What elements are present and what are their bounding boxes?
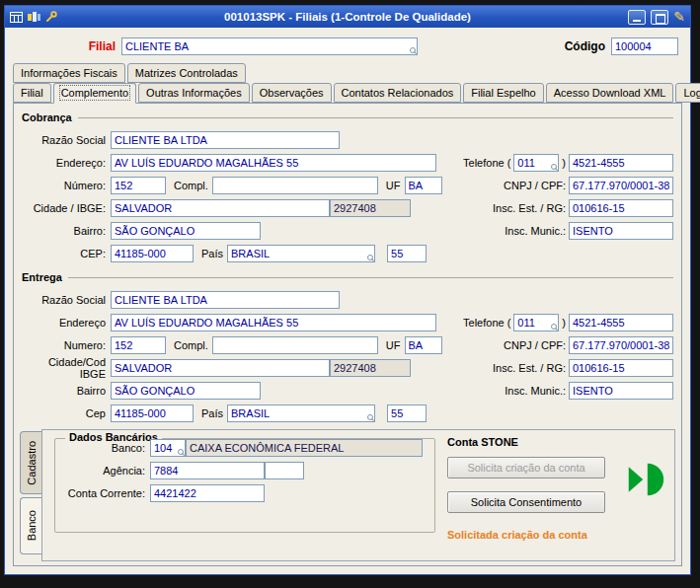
screen: 001013SPK - Filiais (1-Controle De Quali… xyxy=(0,0,700,588)
conta-corrente-label: Conta Corrente: xyxy=(55,487,150,499)
telefone-label: Telefone xyxy=(463,157,505,169)
paren-close: ) xyxy=(562,157,566,169)
tab-filial-espelho[interactable]: Filial Espelho xyxy=(463,83,543,103)
agencia-input[interactable] xyxy=(150,462,265,479)
uf-label: UF xyxy=(378,180,405,191)
cobranca-title: Cobrança xyxy=(22,111,72,123)
tab-complemento[interactable]: Complemento xyxy=(53,83,136,104)
numero-label: Número: xyxy=(20,180,111,191)
components-icon xyxy=(28,12,40,23)
razao-social-input[interactable] xyxy=(111,131,340,149)
dados-bancarios-title: Dados Bancários xyxy=(65,431,162,443)
compl-label: Compl. xyxy=(166,180,212,191)
endereco-input[interactable] xyxy=(111,154,436,172)
compl-label: Compl. xyxy=(166,339,212,351)
ibge-field xyxy=(330,199,411,217)
conta-corrente-input[interactable] xyxy=(150,484,265,502)
insc-est-label: Insc. Est. / RG: xyxy=(493,362,566,374)
numero-input[interactable] xyxy=(111,177,166,194)
pais-input[interactable] xyxy=(227,245,375,262)
filial-input[interactable] xyxy=(121,37,418,55)
ibge-field xyxy=(330,359,411,377)
edit-pencil-icon[interactable]: ✎ xyxy=(673,10,685,24)
razao-social-label: Razão Social xyxy=(20,134,111,146)
telefone-input[interactable] xyxy=(569,314,673,331)
tab-filial[interactable]: Filial xyxy=(13,83,51,103)
pais-label: País xyxy=(194,248,227,259)
tab-contatos-relacionados[interactable]: Contatos Relacionados xyxy=(334,83,462,103)
pais-codigo-input[interactable] xyxy=(387,245,427,262)
cnpj-label: CNPJ / CPF: xyxy=(504,339,566,351)
telefone-label: Telefone xyxy=(463,317,505,329)
bairro-label: Bairro: xyxy=(20,225,111,237)
app-window: 001013SPK - Filiais (1-Controle De Quali… xyxy=(4,5,691,575)
razao-social-label: Razão Social xyxy=(20,294,111,306)
solicita-criacao-button[interactable]: Solicita criação da conta xyxy=(447,457,605,478)
endereco-label: Endereço xyxy=(20,317,111,329)
pais-codigo-input[interactable] xyxy=(387,404,427,422)
conta-stone-title: Conta STONE xyxy=(447,436,666,448)
cep-input[interactable] xyxy=(111,245,194,262)
insc-munic-input[interactable] xyxy=(569,382,673,400)
wrench-icon[interactable] xyxy=(45,11,57,23)
tab-log[interactable]: Log xyxy=(675,83,700,103)
pais-label: País xyxy=(194,407,227,419)
bairro-input[interactable] xyxy=(111,382,261,400)
insc-munic-label: Insc. Munic.: xyxy=(505,385,566,397)
search-icon[interactable] xyxy=(367,414,374,421)
paren-close: ) xyxy=(562,317,566,329)
side-tab-cadastro[interactable]: Cadastro xyxy=(20,431,41,494)
agencia-digito-input[interactable] xyxy=(265,462,304,479)
telefone-input[interactable] xyxy=(569,154,673,172)
search-icon[interactable] xyxy=(551,164,558,171)
stone-status-text: Solicitada criação da conta xyxy=(447,529,666,541)
codigo-input[interactable] xyxy=(611,37,678,55)
insc-est-label: Insc. Est. / RG: xyxy=(493,202,566,214)
endereco-input[interactable] xyxy=(111,314,436,331)
tab-informacoes-fiscais[interactable]: Informações Fiscais xyxy=(13,63,125,83)
numero-input[interactable] xyxy=(111,336,166,354)
title-bar[interactable]: 001013SPK - Filiais (1-Controle De Quali… xyxy=(5,6,690,28)
uf-label: UF xyxy=(378,339,405,351)
tab-acesso-download-xml[interactable]: Acesso Download XML xyxy=(546,83,674,103)
window-title: 001013SPK - Filiais (1-Controle De Quali… xyxy=(5,11,690,23)
side-tab-banco[interactable]: Banco xyxy=(20,497,41,554)
search-icon[interactable] xyxy=(551,324,558,331)
paren-open: ( xyxy=(507,157,511,169)
pais-input[interactable] xyxy=(227,404,375,422)
cnpj-input[interactable] xyxy=(569,336,673,354)
cobranca-group: Cobrança Razão Social Endereço: Número: … xyxy=(20,110,675,263)
search-icon[interactable] xyxy=(410,47,417,54)
razao-social-input[interactable] xyxy=(111,291,340,309)
tab-strip: Informações Fiscais Matrizes Controladas… xyxy=(5,59,690,103)
cep-label: CEP: xyxy=(20,248,111,259)
cep-label: Cep xyxy=(20,407,111,419)
codigo-label: Código xyxy=(565,39,611,53)
uf-input[interactable] xyxy=(405,177,442,194)
paren-open: ( xyxy=(507,317,511,329)
insc-munic-input[interactable] xyxy=(569,222,673,240)
tab-outras-informacoes[interactable]: Outras Informações xyxy=(138,83,250,103)
insc-est-input[interactable] xyxy=(569,359,673,377)
cep-input[interactable] xyxy=(111,404,194,422)
endereco-label: Endereço: xyxy=(20,157,111,169)
solicita-consentimento-button[interactable]: Solicita Consentimento xyxy=(447,491,605,513)
search-icon[interactable] xyxy=(178,449,185,456)
tab-matrizes-controladas[interactable]: Matrizes Controladas xyxy=(127,63,246,83)
minimize-button[interactable] xyxy=(628,10,646,25)
cidade-input[interactable] xyxy=(111,359,330,377)
cidade-input[interactable] xyxy=(111,199,330,217)
compl-input[interactable] xyxy=(212,336,378,354)
tab-observacoes[interactable]: Observações xyxy=(252,83,332,103)
maximize-button[interactable] xyxy=(651,10,668,25)
cnpj-input[interactable] xyxy=(569,177,673,194)
numero-label: Numero: xyxy=(20,339,111,351)
compl-input[interactable] xyxy=(212,177,378,194)
search-icon[interactable] xyxy=(367,255,374,261)
cnpj-label: CNPJ / CPF: xyxy=(504,180,566,191)
bottom-section: Cadastro Banco Dados Bancários Banco: xyxy=(20,429,675,561)
bairro-input[interactable] xyxy=(111,222,261,240)
cidade-label: Cidade/Cod IBGE xyxy=(20,356,111,380)
uf-input[interactable] xyxy=(405,336,442,354)
insc-est-input[interactable] xyxy=(569,199,673,217)
